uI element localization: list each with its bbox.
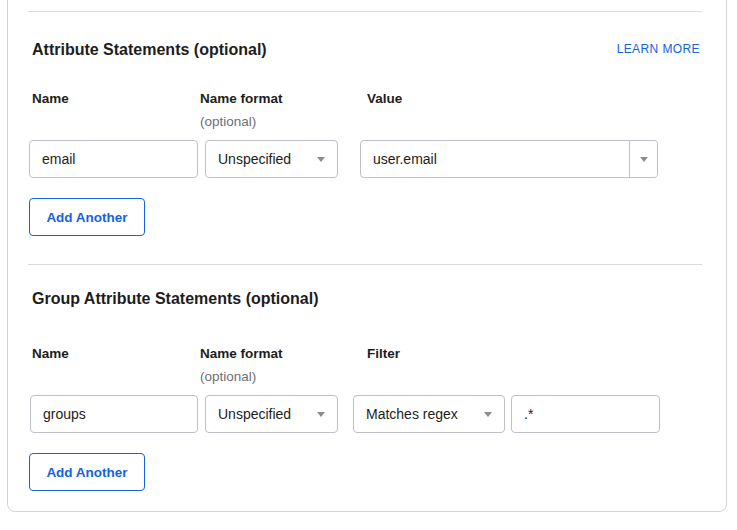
- attribute-add-another-button[interactable]: Add Another: [29, 198, 145, 236]
- caret-down-icon: [317, 412, 325, 417]
- group-filter-type-selected-value: Matches regex: [366, 406, 458, 422]
- group-column-label-filter: Filter: [367, 346, 400, 361]
- group-name-format-selected-value: Unspecified: [218, 406, 291, 422]
- caret-down-icon: [484, 412, 492, 417]
- attr-column-label-name-format-optional: (optional): [200, 114, 256, 129]
- attribute-name-format-select[interactable]: Unspecified: [205, 140, 338, 178]
- group-attribute-statements-title: Group Attribute Statements (optional): [32, 290, 319, 308]
- group-filter-value-input[interactable]: [511, 395, 660, 433]
- group-add-another-button[interactable]: Add Another: [29, 453, 145, 491]
- attribute-value-combobox[interactable]: [360, 140, 658, 178]
- caret-down-icon: [317, 157, 325, 162]
- attr-column-label-name-format: Name format: [200, 91, 283, 106]
- attribute-value-input[interactable]: [361, 141, 629, 177]
- attr-column-label-value: Value: [367, 91, 402, 106]
- section-divider-top: [28, 11, 702, 12]
- section-divider-middle: [28, 264, 702, 265]
- group-filter-type-select[interactable]: Matches regex: [353, 395, 505, 433]
- learn-more-link[interactable]: LEARN MORE: [617, 42, 700, 56]
- attr-column-label-name: Name: [32, 91, 69, 106]
- group-column-label-name-format: Name format: [200, 346, 283, 361]
- attribute-name-format-selected-value: Unspecified: [218, 151, 291, 167]
- saml-settings-panel: Attribute Statements (optional) LEARN MO…: [0, 0, 737, 530]
- attribute-name-input[interactable]: [29, 140, 198, 178]
- attribute-statements-title: Attribute Statements (optional): [32, 41, 267, 59]
- attribute-value-dropdown-button[interactable]: [629, 141, 657, 177]
- caret-down-icon: [640, 157, 648, 162]
- settings-card: [7, 0, 727, 512]
- group-name-format-select[interactable]: Unspecified: [205, 395, 338, 433]
- group-column-label-name: Name: [32, 346, 69, 361]
- group-name-input[interactable]: [30, 395, 198, 433]
- group-column-label-name-format-optional: (optional): [200, 369, 256, 384]
